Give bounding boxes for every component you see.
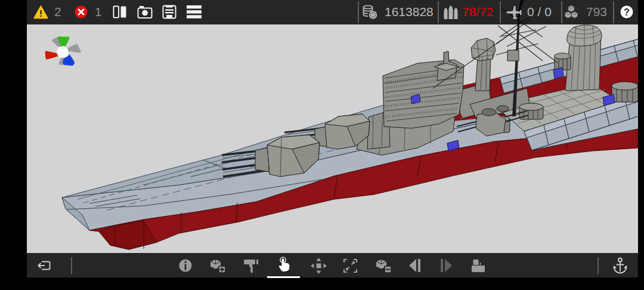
svg-text:?: ?: [624, 7, 630, 17]
